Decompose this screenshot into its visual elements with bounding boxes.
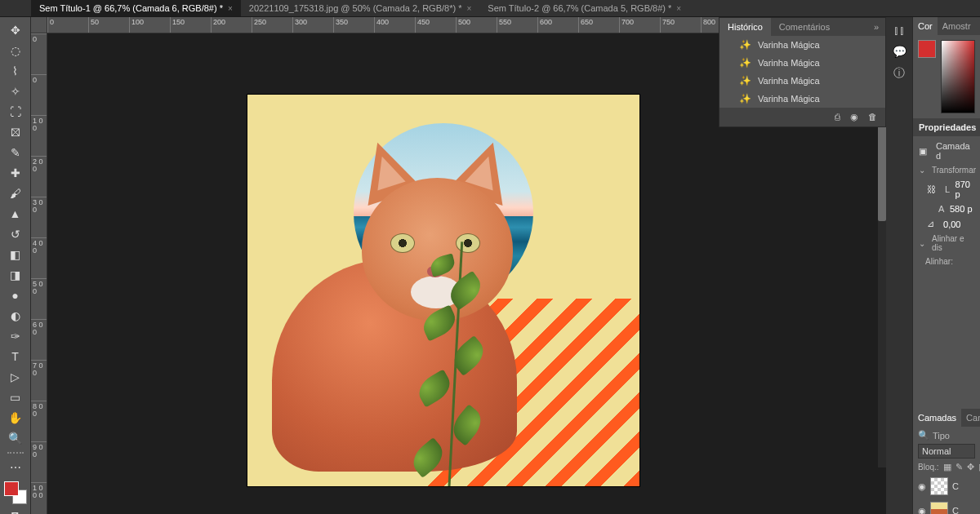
comment-icon[interactable]: 💬 — [893, 45, 906, 58]
plant-layer — [403, 233, 501, 486]
artboard[interactable] — [247, 95, 639, 486]
close-icon[interactable]: × — [228, 4, 233, 13]
history-list: ✨Varinha Mágica✨Varinha Mágica✨Varinha M… — [719, 36, 885, 108]
doc-tab-3[interactable]: Sem Título-2 @ 66,7% (Camada 5, RGB/8#) … — [479, 0, 689, 16]
crop-tool[interactable]: ⛶ — [4, 102, 27, 122]
comments-tab[interactable]: Comentários — [771, 18, 838, 36]
channels-tab[interactable]: Can — [961, 409, 980, 427]
width-label: L — [945, 184, 952, 194]
move-tool[interactable]: ✥ — [4, 20, 27, 40]
trash-icon[interactable]: 🗑 — [868, 112, 877, 122]
lock-position-icon[interactable]: ✥ — [967, 462, 974, 472]
angle-value[interactable]: 0,00 — [943, 219, 960, 229]
layer-row[interactable]: ◉ C — [918, 500, 975, 514]
color-picker[interactable] — [941, 40, 975, 113]
history-item[interactable]: ✨Varinha Mágica — [719, 36, 885, 54]
hand-tool[interactable]: ✋ — [4, 408, 27, 428]
stamp-tool[interactable]: ▲ — [4, 204, 27, 224]
new-snapshot-icon[interactable]: ⎙ — [835, 112, 840, 122]
layer-thumbnail[interactable] — [930, 477, 948, 495]
document-tabs: Sem Título-1 @ 66,7% (Camada 6, RGB/8#) … — [0, 0, 980, 17]
eraser-tool[interactable]: ◧ — [4, 245, 27, 264]
history-item[interactable]: ✨Varinha Mágica — [719, 90, 885, 108]
ruler-tick: 0 — [31, 33, 47, 74]
blend-mode-select[interactable]: Normal — [918, 444, 975, 459]
height-value[interactable]: 580 p — [950, 204, 973, 214]
ruler-tick: 1 0 0 — [31, 115, 47, 156]
layer-thumbnail[interactable] — [930, 502, 948, 514]
shape-tool[interactable]: ▭ — [4, 388, 27, 407]
width-value[interactable]: 870 p — [956, 179, 974, 199]
visibility-icon[interactable]: ◉ — [918, 506, 926, 515]
lock-pixels-icon[interactable]: ▦ — [943, 462, 951, 472]
gradient-tool[interactable]: ◨ — [4, 265, 27, 285]
foreground-color-swatch[interactable] — [4, 481, 19, 496]
layers-tab[interactable]: Camadas — [913, 409, 961, 427]
ruler-vertical[interactable]: 001 0 02 0 03 0 04 0 05 0 06 0 07 0 08 0… — [31, 33, 47, 514]
camera-icon[interactable]: ◉ — [850, 112, 858, 122]
info-icon[interactable]: ⓘ — [893, 66, 905, 81]
ruler-tick: 100 — [129, 17, 170, 33]
pen-tool[interactable]: ✑ — [4, 326, 27, 346]
lock-brush-icon[interactable]: ✎ — [956, 462, 963, 472]
doc-tab-1[interactable]: Sem Título-1 @ 66,7% (Camada 6, RGB/8#) … — [31, 0, 241, 16]
history-brush-tool[interactable]: ↺ — [4, 224, 27, 244]
blur-tool[interactable]: ● — [4, 286, 27, 305]
swatches-tab[interactable]: Amostr — [938, 17, 976, 35]
ruler-tick: 550 — [497, 17, 537, 33]
tab-label: Sem Título-2 @ 66,7% (Camada 5, RGB/8#) … — [488, 3, 671, 13]
align-section[interactable]: Alinhar e dis — [919, 234, 974, 252]
scrollbar-thumb[interactable] — [878, 123, 886, 221]
ruler-origin[interactable] — [31, 17, 47, 33]
transform-section[interactable]: Transformar — [919, 166, 974, 175]
visibility-icon[interactable]: ◉ — [918, 481, 926, 492]
zoom-tool[interactable]: 🔍 — [4, 428, 27, 448]
lock-label: Bloq.: — [918, 463, 939, 472]
color-swatches[interactable] — [4, 481, 27, 504]
ruler-tick: 600 — [537, 17, 578, 33]
eyedropper-tool[interactable]: ✎ — [4, 143, 27, 162]
quick-mask-tool[interactable]: ◙ — [4, 505, 27, 514]
close-icon[interactable]: × — [676, 4, 681, 13]
search-icon: 🔍 — [918, 430, 929, 441]
type-tool[interactable]: T — [4, 347, 27, 366]
history-item[interactable]: ✨Varinha Mágica — [719, 54, 885, 72]
doc-tab-2[interactable]: 20221109_175318.jpg @ 50% (Camada 2, RGB… — [241, 0, 480, 16]
canvas-area[interactable]: 0501001502002503003504004505005506006507… — [31, 17, 886, 514]
layer-row[interactable]: ◉ C — [918, 476, 975, 497]
dodge-tool[interactable]: ◐ — [4, 306, 27, 326]
ruler-tick: 150 — [170, 17, 211, 33]
layer-name[interactable]: C — [952, 506, 959, 514]
marquee-tool[interactable]: ◌ — [4, 41, 27, 60]
lasso-tool[interactable]: ⌇ — [4, 61, 27, 81]
ruler-tick: 450 — [415, 17, 456, 33]
vertical-scrollbar[interactable] — [878, 123, 886, 467]
close-icon[interactable]: × — [466, 4, 471, 13]
history-panel: Histórico Comentários » ✨Varinha Mágica✨… — [719, 17, 886, 127]
ruler-tick: 500 — [456, 17, 497, 33]
healing-tool[interactable]: ✚ — [4, 163, 27, 183]
ruler-tick: 0 — [47, 17, 88, 33]
ruler-tick: 250 — [252, 17, 292, 33]
history-item[interactable]: ✨Varinha Mágica — [719, 72, 885, 90]
layer-name[interactable]: C — [952, 481, 959, 491]
history-item-label: Varinha Mágica — [758, 76, 820, 86]
color-tab[interactable]: Cor — [913, 17, 938, 35]
frame-tool[interactable]: ⛝ — [4, 122, 27, 142]
ruler-tick: 650 — [578, 17, 619, 33]
history-item-label: Varinha Mágica — [758, 58, 820, 68]
color-panel-swatch[interactable] — [918, 40, 936, 58]
layer-filter[interactable]: 🔍 Tipo — [918, 430, 975, 441]
align-label: Alinhar: — [919, 257, 974, 266]
collapse-panel-icon[interactable]: » — [867, 18, 885, 36]
history-tab[interactable]: Histórico — [719, 18, 771, 36]
ruler-tick: 400 — [374, 17, 415, 33]
link-icon[interactable]: ⛓ — [927, 184, 936, 194]
path-select-tool[interactable]: ▷ — [4, 367, 27, 387]
magic-wand-tool[interactable]: ✧ — [4, 82, 27, 101]
height-label: A — [938, 204, 947, 214]
wand-icon: ✨ — [739, 57, 751, 69]
edit-toolbar[interactable]: ⋯ — [4, 458, 27, 477]
learn-icon[interactable]: ⫿⫿ — [893, 24, 905, 37]
brush-tool[interactable]: 🖌 — [4, 184, 27, 203]
